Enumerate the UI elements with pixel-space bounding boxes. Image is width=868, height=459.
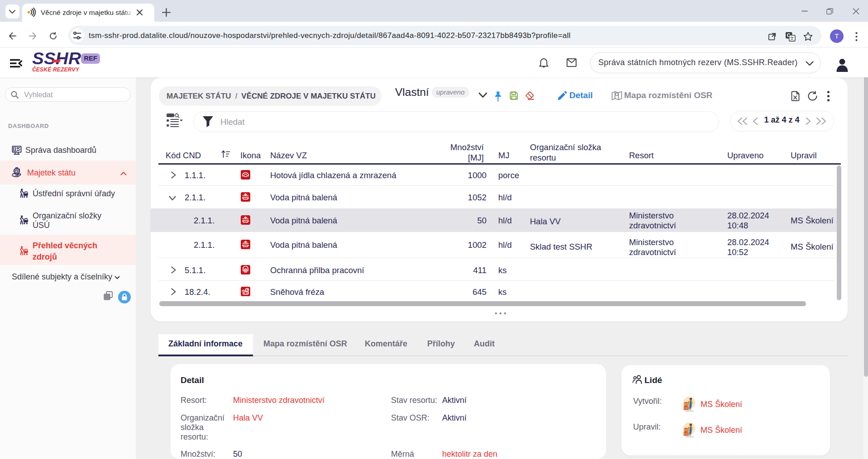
svg-text:文: 文: [790, 36, 794, 41]
